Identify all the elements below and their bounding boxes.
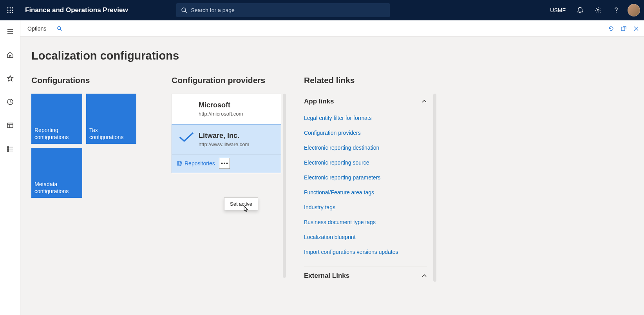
hamburger-icon bbox=[7, 28, 14, 35]
related-links-heading: Related links bbox=[304, 76, 427, 85]
link-er-source[interactable]: Electronic reporting source bbox=[304, 159, 427, 166]
svg-point-5 bbox=[12, 10, 13, 11]
svg-rect-28 bbox=[621, 27, 625, 31]
ellipsis-icon bbox=[219, 158, 230, 168]
link-document-type-tags[interactable]: Business document type tags bbox=[304, 219, 427, 225]
link-localization-blueprint[interactable]: Localization blueprint bbox=[304, 234, 427, 240]
action-search-button[interactable] bbox=[52, 26, 67, 31]
svg-point-12 bbox=[616, 12, 617, 13]
repo-icon bbox=[177, 161, 182, 166]
repositories-label: Repositories bbox=[185, 160, 215, 167]
svg-point-9 bbox=[182, 8, 186, 12]
svg-point-26 bbox=[58, 26, 61, 29]
provider-card-litware[interactable]: Litware, Inc. http://www.litware.com Rep… bbox=[172, 124, 281, 173]
refresh-icon bbox=[608, 25, 614, 32]
svg-line-10 bbox=[185, 11, 187, 13]
user-avatar[interactable] bbox=[628, 4, 640, 16]
link-er-destination[interactable]: Electronic reporting destination bbox=[304, 145, 427, 151]
app-links-title: App links bbox=[304, 98, 334, 105]
svg-point-8 bbox=[12, 12, 13, 13]
svg-point-31 bbox=[221, 163, 223, 164]
chevron-up-icon bbox=[421, 99, 427, 104]
star-icon bbox=[7, 75, 14, 82]
close-icon bbox=[633, 25, 639, 32]
workspace-icon bbox=[7, 122, 14, 129]
app-launcher-button[interactable] bbox=[0, 0, 20, 20]
close-button[interactable] bbox=[633, 25, 639, 32]
provider-name: Microsoft bbox=[199, 101, 274, 109]
svg-line-27 bbox=[60, 29, 62, 31]
svg-point-3 bbox=[7, 10, 9, 11]
chevron-up-icon bbox=[421, 273, 427, 279]
provider-url: http://microsoft.com bbox=[199, 111, 274, 117]
nav-home[interactable] bbox=[0, 48, 20, 62]
link-er-parameters[interactable]: Electronic reporting parameters bbox=[304, 174, 427, 181]
search-icon bbox=[57, 26, 62, 31]
tile-label: Tax configurations bbox=[89, 127, 133, 141]
home-icon bbox=[7, 51, 14, 58]
nav-modules[interactable] bbox=[0, 142, 20, 156]
cursor-pointer-icon bbox=[242, 205, 249, 215]
more-actions-button[interactable] bbox=[219, 158, 230, 169]
notifications-button[interactable] bbox=[571, 0, 589, 20]
tile-tax-configurations[interactable]: Tax configurations bbox=[86, 94, 136, 144]
svg-rect-17 bbox=[7, 123, 13, 128]
repositories-link[interactable]: Repositories bbox=[177, 160, 215, 167]
nav-hamburger[interactable] bbox=[0, 24, 20, 38]
providers-scrollbar[interactable] bbox=[283, 94, 286, 278]
provider-card-microsoft[interactable]: Microsoft http://microsoft.com bbox=[172, 94, 281, 124]
svg-point-0 bbox=[7, 7, 9, 9]
tile-metadata-configurations[interactable]: Metadata configurations bbox=[31, 148, 82, 198]
svg-point-32 bbox=[224, 163, 225, 164]
section-divider bbox=[304, 266, 427, 266]
nav-workspaces[interactable] bbox=[0, 118, 20, 132]
svg-point-6 bbox=[7, 12, 9, 13]
providers-heading: Configuration providers bbox=[172, 76, 281, 85]
help-button[interactable] bbox=[607, 0, 625, 20]
global-search[interactable] bbox=[176, 3, 390, 17]
svg-point-4 bbox=[10, 10, 11, 11]
link-configuration-providers[interactable]: Configuration providers bbox=[304, 130, 427, 136]
search-input[interactable] bbox=[191, 7, 385, 13]
refresh-button[interactable] bbox=[608, 25, 614, 32]
help-icon bbox=[613, 7, 620, 14]
svg-rect-20 bbox=[7, 147, 9, 148]
link-legal-entity-filter[interactable]: Legal entity filter for formats bbox=[304, 115, 427, 121]
search-icon bbox=[181, 7, 187, 13]
legal-entity-picker[interactable]: USMF bbox=[545, 7, 571, 13]
bell-icon bbox=[577, 7, 584, 14]
set-active-menu-item[interactable]: Set active bbox=[224, 197, 258, 210]
modules-icon bbox=[7, 145, 14, 152]
settings-button[interactable] bbox=[589, 0, 607, 20]
svg-point-33 bbox=[226, 163, 228, 164]
svg-point-2 bbox=[12, 7, 13, 9]
external-links-section-toggle[interactable]: External Links bbox=[304, 268, 427, 284]
tile-reporting-configurations[interactable]: Reporting configurations bbox=[31, 94, 82, 144]
app-links-section-toggle[interactable]: App links bbox=[304, 94, 427, 109]
options-menu[interactable]: Options bbox=[25, 25, 49, 32]
svg-point-7 bbox=[10, 12, 11, 13]
svg-point-1 bbox=[10, 7, 11, 9]
svg-point-11 bbox=[597, 9, 599, 11]
checkmark-icon bbox=[178, 131, 195, 145]
provider-url: http://www.litware.com bbox=[199, 141, 274, 147]
external-links-title: External Links bbox=[304, 272, 349, 280]
gear-icon bbox=[595, 7, 602, 14]
provider-name: Litware, Inc. bbox=[199, 132, 274, 140]
popout-button[interactable] bbox=[620, 25, 627, 32]
nav-favorites[interactable] bbox=[0, 71, 20, 85]
nav-recent[interactable] bbox=[0, 95, 20, 109]
related-links-scrollbar[interactable] bbox=[433, 94, 436, 282]
link-import-configurations[interactable]: Import configurations versions updates bbox=[304, 249, 427, 255]
app-title: Finance and Operations Preview bbox=[20, 6, 128, 14]
link-industry-tags[interactable]: Industry tags bbox=[304, 204, 427, 210]
page-title: Localization configurations bbox=[31, 49, 633, 62]
clock-icon bbox=[7, 98, 14, 105]
svg-rect-21 bbox=[7, 148, 9, 150]
tile-label: Reporting configurations bbox=[34, 127, 79, 141]
configurations-heading: Configurations bbox=[31, 76, 149, 85]
popout-icon bbox=[620, 25, 627, 32]
tile-label: Metadata configurations bbox=[34, 181, 79, 195]
svg-rect-22 bbox=[7, 150, 9, 152]
link-feature-area-tags[interactable]: Functional/Feature area tags bbox=[304, 189, 427, 196]
